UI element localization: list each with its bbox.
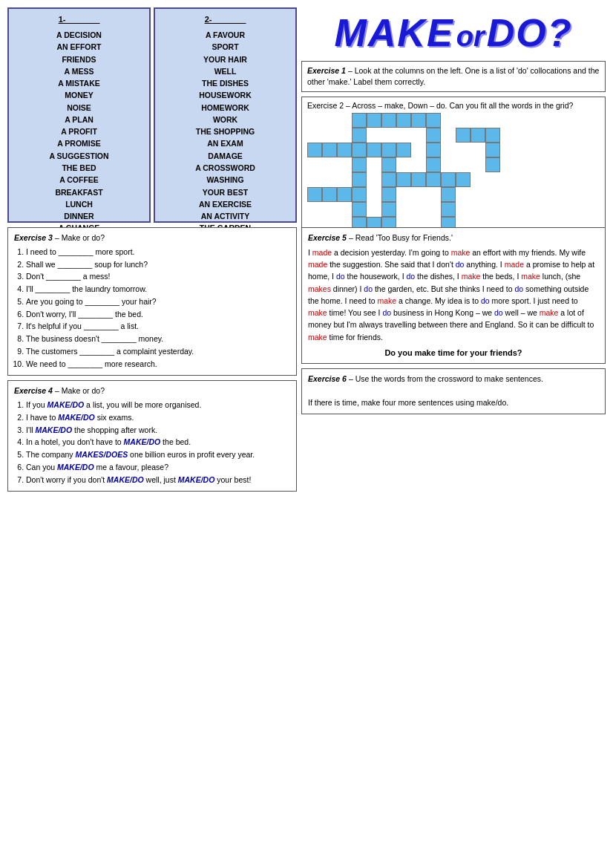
ex3-item: Are you going to ________ your hair? <box>26 296 290 308</box>
col2-item: A FAVOUR <box>158 29 292 41</box>
grid-cell <box>381 187 396 202</box>
ex3-item: We need to ________ more research. <box>26 359 290 371</box>
col1-item: FRIENDS <box>12 53 146 65</box>
grid-cell <box>485 113 500 128</box>
ex4-label: Exercise 4 <box>14 386 53 395</box>
grid-row <box>307 187 600 202</box>
ex5-bottom: Do you make time for your friends? <box>308 347 599 359</box>
grid-cell <box>471 187 485 202</box>
col1-item: LUNCH <box>12 198 146 210</box>
ex4-item: I have to MAKE/DO six exams. <box>26 412 290 424</box>
grid-cell <box>307 143 322 157</box>
ex3-item: I'll ________ the laundry tomorrow. <box>26 284 290 296</box>
ex5-paragraph: I made a decision yesterday. I'm going t… <box>308 247 599 343</box>
do-highlight: do <box>514 284 523 293</box>
grid-cell <box>411 128 426 143</box>
grid-cell <box>307 157 322 172</box>
grid-cell <box>367 143 381 157</box>
grid-cell <box>307 113 322 128</box>
make-highlight: make <box>377 296 396 305</box>
ex1-dash: – <box>348 66 353 75</box>
grid-row <box>307 157 600 172</box>
ex3-item: I need to ________ more sport. <box>26 247 290 258</box>
make-highlight: make <box>462 272 481 281</box>
ex2-text: Across – make, Down – do. Can you fit al… <box>352 101 573 110</box>
ex6-extra: If there is time, make four more sentenc… <box>308 398 508 407</box>
exercise3-box: Exercise 3 – Make or do? I need to _____… <box>7 227 297 376</box>
ex3-item: Don't worry, I'll ________ the bed. <box>26 309 290 321</box>
ex2-label: Exercise 2 <box>307 101 344 110</box>
make-highlight: make <box>451 248 471 257</box>
col2-item: WORK <box>158 114 292 125</box>
col1-item: A PROMISE <box>12 137 146 149</box>
do-highlight: do <box>407 272 416 281</box>
ex4-item: I'll MAKE/DO the shopping after work. <box>26 425 290 437</box>
col2-item: AN EXAM <box>158 137 292 149</box>
col1-item: THE BED <box>12 162 146 174</box>
grid-cell <box>471 143 485 157</box>
grid-cell <box>337 202 352 217</box>
grid-cell <box>396 172 411 187</box>
title-or: or <box>456 21 485 52</box>
ex1-label: Exercise 1 <box>307 66 346 75</box>
column-2: 2- _______ A FAVOURSPORTYOUR HAIRWELLTHE… <box>154 7 297 223</box>
make-highlight: make <box>308 333 327 342</box>
grid-cell <box>456 143 471 157</box>
make-do-choice: MAKE/DO <box>124 437 161 446</box>
grid-cell <box>441 143 456 157</box>
grid-cell <box>456 128 471 143</box>
grid-row <box>307 202 600 217</box>
grid-cell <box>322 113 337 128</box>
ex3-label: Exercise 3 <box>14 233 53 242</box>
grid-cell <box>426 128 441 143</box>
ex2-dash: – <box>346 101 350 110</box>
grid-cell <box>441 172 456 187</box>
grid-cell <box>337 157 352 172</box>
ex3-item: Shall we ________ soup for lunch? <box>26 259 290 271</box>
middle-section: Exercise 3 – Make or do? I need to _____… <box>7 227 606 492</box>
page: 1- _______ A DECISIONAN EFFORTFRIENDSA M… <box>0 0 613 868</box>
grid-cell <box>337 143 352 157</box>
grid-cell <box>381 113 396 128</box>
grid-cell <box>471 157 485 172</box>
grid-cell <box>411 187 426 202</box>
grid-cell <box>352 128 367 143</box>
grid-cell <box>441 187 456 202</box>
col1-item: A PROFIT <box>12 125 146 137</box>
grid-cell <box>352 187 367 202</box>
grid-cell <box>367 157 381 172</box>
col2-item: SPORT <box>158 41 292 53</box>
grid-cell <box>426 157 441 172</box>
grid-cell <box>337 113 352 128</box>
ex4-list: If you MAKE/DO a list, you will be more … <box>26 399 290 486</box>
make-highlight: made <box>505 260 524 269</box>
grid-cell <box>307 128 322 143</box>
col1-item: A PLAN <box>12 114 146 125</box>
grid-cell <box>456 187 471 202</box>
title-make: MAKE <box>335 11 454 54</box>
ex4-item: The company MAKES/DOES one billion euros… <box>26 449 290 461</box>
grid-cell <box>411 113 426 128</box>
ex3-item: The business doesn't ________ money. <box>26 333 290 345</box>
grid-cell <box>367 172 381 187</box>
grid-cell <box>307 202 322 217</box>
grid-cell <box>396 143 411 157</box>
grid-cell <box>485 187 500 202</box>
col2-item: THE SHOPPING <box>158 125 292 137</box>
do-highlight: do <box>364 284 373 293</box>
col1-item: NOISE <box>12 102 146 114</box>
col2-item: YOUR BEST <box>158 186 292 198</box>
make-do-choice: MAKE/DO <box>107 475 144 484</box>
col2-item: A CROSSWORD <box>158 162 292 174</box>
grid-cell <box>426 143 441 157</box>
ex5-label: Exercise 5 <box>308 233 347 242</box>
col1-item: A SUGGESTION <box>12 150 146 162</box>
grid-cell <box>352 143 367 157</box>
make-do-choice: MAKE/DO <box>36 425 73 434</box>
grid-cell <box>485 172 500 187</box>
make-do-choice: MAKE/DO <box>178 475 215 484</box>
grid-cell <box>485 143 500 157</box>
grid-cell <box>381 172 396 187</box>
grid-cell <box>337 187 352 202</box>
grid-cell <box>485 128 500 143</box>
